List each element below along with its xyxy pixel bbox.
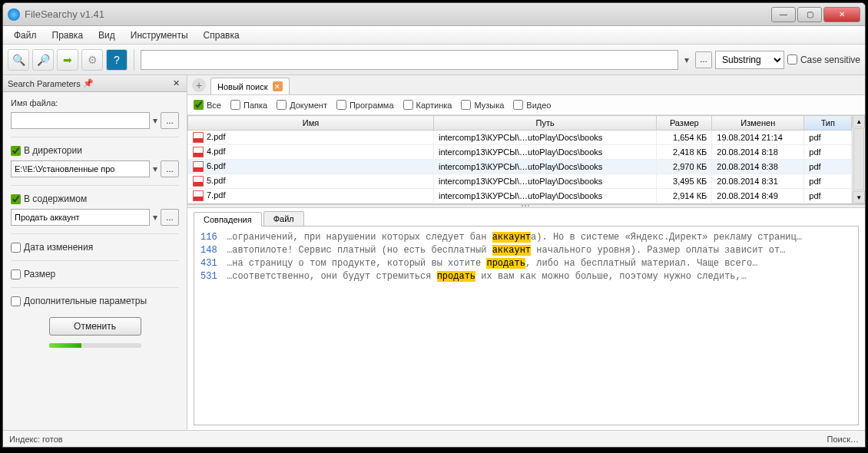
- cancel-button[interactable]: Отменить: [49, 317, 141, 336]
- results-table[interactable]: Имя Путь Размер Изменен Тип 2.pdfinterco…: [187, 115, 852, 203]
- match-line[interactable]: 148…автопилоте! Сервис платный (но есть …: [200, 244, 852, 257]
- content-more-button[interactable]: …: [161, 209, 179, 226]
- title-bar[interactable]: FileSearchy v1.41 — ▢ ✕: [3, 3, 865, 26]
- table-row[interactable]: 2.pdfintercomp13\КУРСЫ\…utoPlay\Docs\boo…: [188, 131, 852, 145]
- pin-icon[interactable]: 📌: [81, 78, 96, 88]
- pdf-icon: [193, 147, 204, 157]
- match-line[interactable]: 116…ограничений, при нарушении которых с…: [200, 231, 852, 244]
- col-type[interactable]: Тип: [804, 116, 852, 131]
- col-modified[interactable]: Изменен: [712, 116, 804, 131]
- tab-bar: + Новый поиск ✕: [187, 75, 865, 95]
- preview-panel: Совпадения Файл 116…ограничений, при нар…: [187, 208, 865, 430]
- close-button[interactable]: ✕: [823, 7, 860, 22]
- match-mode-select[interactable]: Substring: [715, 51, 784, 69]
- tab-close-icon[interactable]: ✕: [273, 81, 283, 91]
- col-name[interactable]: Имя: [188, 116, 434, 131]
- sidebar: Search Parameters 📌 ✕ Имя файла: ▾ … В д…: [3, 75, 187, 430]
- panel-close-icon[interactable]: ✕: [171, 78, 182, 88]
- case-sensitive-checkbox[interactable]: Case sensitive: [787, 55, 860, 65]
- settings-icon[interactable]: ⚙: [81, 49, 103, 71]
- search-again-icon[interactable]: 🔎: [32, 49, 54, 71]
- table-row[interactable]: 7.pdfintercomp13\КУРСЫ\…utoPlay\Docs\boo…: [188, 189, 852, 203]
- preview-tab-matches[interactable]: Совпадения: [194, 212, 262, 226]
- minimize-button[interactable]: —: [771, 7, 796, 22]
- menu-tools[interactable]: Инструменты: [124, 28, 194, 42]
- panel-header: Search Parameters 📌 ✕: [3, 75, 187, 92]
- filename-input[interactable]: [11, 112, 150, 129]
- in-directory-checkbox[interactable]: В директории: [11, 145, 179, 156]
- app-window: FileSearchy v1.41 — ▢ ✕ Файл Правка Вид …: [2, 2, 866, 448]
- filename-more-button[interactable]: …: [161, 112, 179, 129]
- table-row[interactable]: 6.pdfintercomp13\КУРСЫ\…utoPlay\Docs\boo…: [188, 160, 852, 174]
- directory-browse-button[interactable]: …: [161, 160, 179, 177]
- go-icon[interactable]: ➡: [57, 49, 78, 71]
- in-content-checkbox[interactable]: В содержимом: [11, 193, 179, 204]
- filter-document[interactable]: Документ: [277, 100, 327, 110]
- date-checkbox[interactable]: Дата изменения: [11, 242, 179, 253]
- pdf-icon: [193, 161, 204, 172]
- size-checkbox[interactable]: Размер: [11, 269, 179, 279]
- filename-label: Имя файла:: [11, 98, 179, 107]
- status-left: Индекс: готов: [9, 435, 63, 444]
- window-title: FileSearchy v1.41: [25, 8, 771, 20]
- filter-music[interactable]: Музыка: [461, 100, 504, 110]
- pdf-icon: [193, 132, 204, 143]
- menu-help[interactable]: Справка: [197, 28, 246, 42]
- table-row[interactable]: 5.pdfintercomp13\КУРСЫ\…utoPlay\Docs\boo…: [188, 174, 852, 189]
- maximize-button[interactable]: ▢: [797, 7, 822, 22]
- content-input[interactable]: [11, 209, 150, 226]
- match-line[interactable]: 531…соответственно, они будут стремиться…: [200, 270, 852, 283]
- results-grid: Имя Путь Размер Изменен Тип 2.pdfinterco…: [187, 115, 865, 204]
- filter-bar: Все Папка Документ Программа Картинка Му…: [187, 95, 865, 115]
- menu-bar: Файл Правка Вид Инструменты Справка: [3, 26, 865, 45]
- results-scrollbar[interactable]: ▲▼: [852, 115, 865, 203]
- progress-bar: [49, 343, 141, 348]
- new-search-icon[interactable]: 🔍: [8, 49, 29, 71]
- help-icon[interactable]: ?: [106, 49, 128, 71]
- toolbar: 🔍 🔎 ➡ ⚙ ? ▾ … Substring Case sensitive: [3, 45, 865, 75]
- search-input[interactable]: [141, 50, 678, 70]
- tab-new-search[interactable]: Новый поиск ✕: [210, 78, 290, 94]
- app-icon: [8, 8, 20, 21]
- preview-body[interactable]: 116…ограничений, при нарушении которых с…: [194, 226, 859, 425]
- menu-view[interactable]: Вид: [92, 28, 121, 42]
- pdf-icon: [193, 190, 204, 201]
- panel-title: Search Parameters: [8, 79, 81, 88]
- table-row[interactable]: 4.pdfintercomp13\КУРСЫ\…utoPlay\Docs\boo…: [188, 145, 852, 160]
- filter-all[interactable]: Все: [194, 100, 221, 110]
- pdf-icon: [193, 176, 204, 187]
- search-more-button[interactable]: …: [695, 51, 712, 68]
- filter-image[interactable]: Картинка: [403, 100, 452, 110]
- menu-edit[interactable]: Правка: [46, 28, 90, 42]
- extra-checkbox[interactable]: Дополнительные параметры: [11, 296, 179, 306]
- menu-file[interactable]: Файл: [8, 28, 43, 42]
- main-area: + Новый поиск ✕ Все Папка Документ Прогр…: [187, 75, 865, 430]
- filter-video[interactable]: Видео: [513, 100, 551, 110]
- preview-tab-file[interactable]: Файл: [263, 211, 304, 226]
- col-path[interactable]: Путь: [434, 116, 657, 131]
- match-line[interactable]: 431…на страницу о том продукте, который …: [200, 257, 852, 270]
- splitter[interactable]: [187, 204, 865, 208]
- status-bar: Индекс: готов Поиск…: [3, 430, 865, 447]
- filter-folder[interactable]: Папка: [230, 100, 267, 110]
- status-right: Поиск…: [827, 435, 859, 444]
- directory-input[interactable]: [11, 160, 150, 177]
- col-size[interactable]: Размер: [657, 116, 712, 131]
- filter-program[interactable]: Программа: [336, 100, 394, 110]
- new-tab-button[interactable]: +: [192, 78, 206, 92]
